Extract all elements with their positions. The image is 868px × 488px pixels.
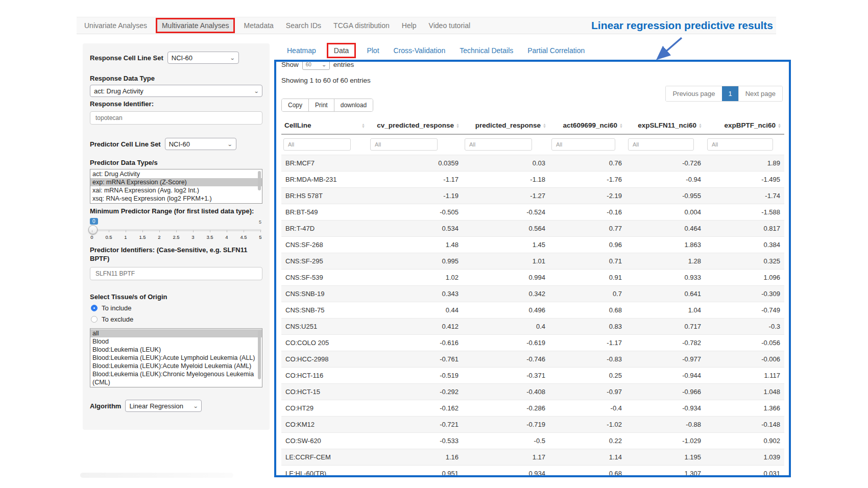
value-cell: -0.83: [549, 351, 626, 368]
table-row: LE:CCRF-CEM1.161.171.141.1951.039: [281, 449, 784, 466]
tissue-origin-option[interactable]: Blood:Leukemia (LEUK):Chronic Myelogenou…: [90, 370, 262, 386]
response-data-type-select[interactable]: act: Drug Activity ⌄: [90, 85, 262, 97]
min-predictor-range-label: Minimum Predictor Range (for first liste…: [90, 207, 262, 215]
value-cell: 1.366: [705, 400, 784, 417]
tissue-origin-option[interactable]: Blood: [90, 337, 262, 346]
column-filter-input-predicted-response[interactable]: All: [465, 138, 532, 151]
value-cell: 0.004: [626, 204, 705, 221]
value-cell: 0.412: [368, 319, 463, 335]
predictor-cell-line-set-select[interactable]: NCI-60 ⌄: [165, 138, 236, 150]
response-identifier-input[interactable]: topotecan: [90, 111, 262, 125]
value-cell: 0.68: [549, 302, 626, 319]
sort-icon[interactable]: ▲▼: [619, 123, 623, 128]
sort-icon[interactable]: ▲▼: [698, 123, 702, 128]
nav-item-univariate-analyses[interactable]: Univariate Analyses: [78, 21, 153, 30]
nav-item-search-ids[interactable]: Search IDs: [280, 21, 327, 30]
tab-partial-correlation[interactable]: Partial Correlation: [520, 43, 592, 58]
tab-plot[interactable]: Plot: [359, 43, 386, 58]
nav-item-help[interactable]: Help: [396, 21, 423, 30]
tab-heatmap[interactable]: Heatmap: [280, 43, 323, 58]
value-cell: -0.619: [463, 335, 549, 351]
tab-cross-validation[interactable]: Cross-Validation: [387, 43, 453, 58]
value-cell: 0.7: [549, 286, 626, 302]
page-1-button[interactable]: 1: [722, 86, 738, 101]
navbar-items: Univariate AnalysesMultivariate Analyses…: [77, 17, 476, 34]
predictor-data-type-option[interactable]: exp: mRNA Expression (Z-Score): [90, 178, 262, 186]
nav-item-metadata[interactable]: Metadata: [237, 21, 279, 30]
column-header-predicted-response[interactable]: predicted_response▲▼: [463, 118, 549, 134]
print-button[interactable]: Print: [309, 99, 334, 111]
value-cell: 0.534: [368, 221, 463, 237]
predictor-data-type-option[interactable]: xai: mRNA Expression (Avg. log2 Int.): [90, 186, 262, 194]
value-cell: -1.18: [463, 172, 549, 188]
table-body: BR:MCF70.03590.030.76-0.7261.89BR:MDA-MB…: [281, 155, 784, 478]
sort-icon[interactable]: ▲▼: [361, 123, 365, 128]
column-header-cv-predicted-response[interactable]: cv_predicted_response▲▼: [368, 118, 463, 134]
value-cell: 0.031: [705, 466, 784, 478]
slider-tick-label: 0: [90, 234, 94, 240]
tissue-to-exclude-radio[interactable]: To exclude: [91, 315, 262, 323]
column-header-label: act609699_nci60: [563, 121, 617, 129]
previous-page-button[interactable]: Previous page: [666, 86, 721, 101]
next-page-button[interactable]: Next page: [738, 86, 782, 101]
value-cell: -1.17: [368, 172, 463, 188]
min-predictor-range-slider[interactable]: 0 5 00.511.522.533.544.55: [90, 218, 262, 242]
predictor-data-type-option[interactable]: act: Drug Activity: [90, 170, 262, 178]
slider-handle[interactable]: [88, 225, 98, 234]
cell-line-name: BR:HS 578T: [281, 188, 368, 204]
copy-button[interactable]: Copy: [282, 99, 309, 111]
predictor-data-type-option[interactable]: xsq: RNA-seq Expression (log2 FPKM+1.): [90, 194, 262, 203]
tissue-origin-option[interactable]: Blood:Leukemia (LEUK): [90, 346, 262, 354]
value-cell: -0.782: [626, 335, 705, 351]
tissue-origin-option[interactable]: all: [90, 329, 262, 337]
value-cell: -1.74: [705, 188, 784, 204]
sort-icon[interactable]: ▲▼: [543, 123, 546, 128]
tissue-origin-listbox[interactable]: allBloodBlood:Leukemia (LEUK)Blood:Leuke…: [90, 328, 262, 387]
radio-button-icon[interactable]: [91, 316, 98, 323]
column-filter-input-act609699-nci60[interactable]: All: [551, 138, 615, 151]
column-filter-input-cellline[interactable]: All: [283, 138, 351, 151]
column-filter-input-expslfn11-nci60[interactable]: All: [628, 138, 694, 151]
algorithm-select[interactable]: Linear Regression ⌄: [125, 400, 202, 412]
nav-item-tcga-distribution[interactable]: TCGA distribution: [327, 21, 396, 30]
sort-icon[interactable]: ▲▼: [456, 123, 460, 128]
response-cell-line-set-select[interactable]: NCI-60 ⌄: [167, 52, 239, 64]
tissue-to-include-radio[interactable]: To include: [91, 304, 262, 312]
cell-line-name: CO:HCC-2998: [281, 351, 368, 368]
value-cell: -0.148: [705, 417, 784, 433]
show-entries-select[interactable]: 60 ⌄: [302, 60, 330, 70]
tab-data[interactable]: Data: [327, 43, 356, 58]
tab-technical-details[interactable]: Technical Details: [452, 43, 520, 58]
predictor-data-types-listbox[interactable]: act: Drug Activityexp: mRNA Expression (…: [90, 169, 262, 204]
column-header-label: CellLine: [284, 121, 311, 129]
download-button[interactable]: download: [334, 99, 373, 111]
tissue-origin-option[interactable]: Blood:Leukemia (LEUK):Acute Lymphoid Leu…: [90, 354, 262, 362]
table-row: CNS:SNB-750.440.4960.681.04-0.749: [281, 302, 784, 319]
nav-item-video-tutorial[interactable]: Video tutorial: [423, 21, 476, 30]
column-header-act609699-nci60[interactable]: act609699_nci60▲▼: [549, 118, 626, 134]
tissue-origin-option[interactable]: Blood:Leukemia (LEUK):Acute Myeloid Leuk…: [90, 362, 262, 370]
nav-item-multivariate-analyses[interactable]: Multivariate Analyses: [156, 18, 235, 33]
annotation-title: Linear regression predictive results: [591, 19, 773, 32]
radio-button-icon[interactable]: [91, 305, 98, 311]
listbox-scrollbar[interactable]: [258, 330, 261, 379]
chevron-down-icon: ⌄: [193, 403, 199, 409]
value-cell: 0.951: [368, 466, 463, 478]
sort-icon[interactable]: ▲▼: [778, 123, 781, 128]
value-cell: 1.039: [705, 449, 784, 466]
column-header-label: expSLFN11_nci60: [638, 121, 696, 129]
column-filter-input-expbptf-nci60[interactable]: All: [707, 138, 773, 151]
value-cell: -1.588: [705, 204, 784, 221]
value-cell: -0.5: [463, 433, 549, 449]
value-cell: 0.71: [549, 253, 626, 270]
table-header-row: CellLine▲▼cv_predicted_response▲▼predict…: [281, 118, 784, 134]
predictor-identifiers-input[interactable]: SLFN11 BPTF: [90, 267, 262, 280]
column-header-cellline[interactable]: CellLine▲▼: [281, 118, 368, 134]
value-cell: 0.343: [368, 286, 463, 302]
listbox-scrollbar[interactable]: [258, 171, 261, 190]
value-cell: 0.464: [626, 221, 705, 237]
column-filter-input-cv-predicted-response[interactable]: All: [370, 138, 438, 151]
column-header-expbptf-nci60[interactable]: expBPTF_nci60▲▼: [705, 118, 784, 134]
column-header-expslfn11-nci60[interactable]: expSLFN11_nci60▲▼: [626, 118, 705, 134]
value-cell: 0.717: [626, 319, 705, 335]
